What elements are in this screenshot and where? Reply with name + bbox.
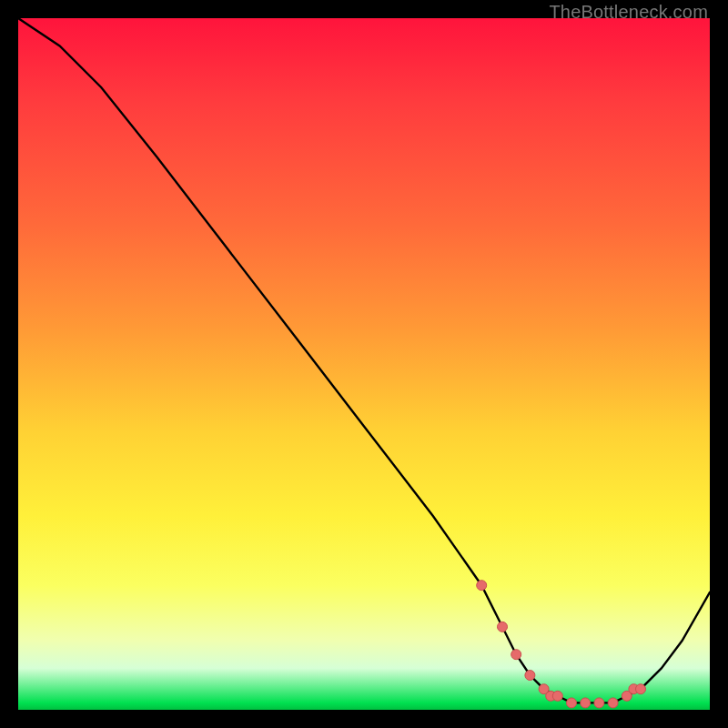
bottleneck-curve-path (18, 18, 710, 703)
chart-svg (18, 18, 710, 710)
highlight-dot (477, 581, 487, 591)
chart-plot-area (18, 18, 710, 710)
attribution-text: TheBottleneck.com (549, 2, 708, 23)
highlight-dot (525, 671, 535, 681)
highlight-dots (477, 581, 646, 708)
highlight-dot (511, 650, 521, 660)
highlight-dot (636, 684, 646, 694)
highlight-dot (608, 698, 618, 708)
highlight-dot (594, 698, 604, 708)
highlight-dot (581, 698, 591, 708)
highlight-dot (552, 691, 562, 701)
highlight-dot (567, 698, 577, 708)
highlight-dot (498, 622, 508, 632)
chart-frame: TheBottleneck.com (0, 0, 728, 728)
